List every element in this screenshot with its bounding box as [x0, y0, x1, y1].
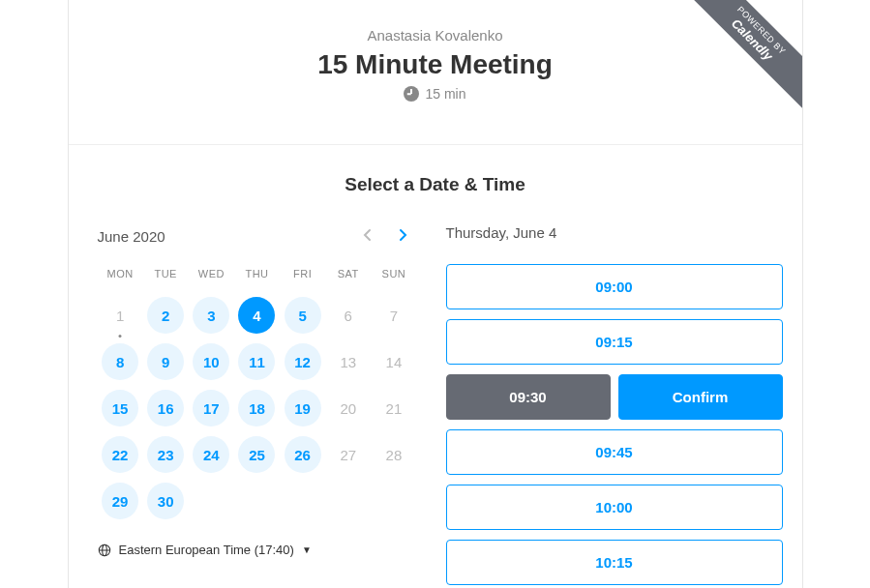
weekday-header: SAT — [325, 268, 371, 287]
confirm-button[interactable]: Confirm — [618, 374, 783, 420]
section-title: Select a Date & Time — [88, 174, 783, 195]
calendar-day: 28 — [375, 436, 412, 473]
calendar-day[interactable]: 23 — [147, 436, 184, 473]
time-slot-row: 09:00 — [446, 264, 783, 309]
booking-widget: POWERED BY Calendly Anastasia Kovalenko … — [68, 0, 803, 588]
time-slot-row: 10:00 — [446, 485, 783, 530]
calendar-day[interactable]: 17 — [193, 390, 229, 426]
calendar-day[interactable]: 12 — [285, 343, 321, 380]
duration-text: 15 min — [425, 86, 465, 102]
time-column: Thursday, June 4 09:0009:1509:30Confirm0… — [446, 224, 783, 585]
time-slot-row: 09:45 — [446, 429, 783, 475]
caret-down-icon: ▼ — [302, 544, 312, 555]
calendar-day: 20 — [330, 390, 367, 426]
timezone-label: Eastern European Time (17:40) — [119, 543, 294, 557]
columns: June 2020 MONTUEWEDTHUFRISATSUN123456789… — [88, 224, 783, 585]
selected-date-label: Thursday, June 4 — [446, 224, 783, 241]
calendar-day: 6 — [330, 297, 367, 334]
calendar-day[interactable]: 22 — [102, 436, 138, 473]
calendar-day[interactable]: 2 — [147, 297, 184, 334]
calendar-day[interactable]: 16 — [147, 390, 184, 426]
calendar-day[interactable]: 4 — [238, 297, 275, 334]
calendar-day: 13 — [330, 343, 367, 380]
globe-icon — [98, 544, 111, 557]
body: Select a Date & Time June 2020 MONTUEWED… — [69, 145, 802, 588]
calendar-day[interactable]: 18 — [238, 390, 275, 426]
calendar-day[interactable]: 15 — [102, 390, 138, 426]
time-slot-button[interactable]: 10:00 — [446, 485, 783, 530]
calendar-day[interactable]: 24 — [193, 436, 229, 473]
month-nav — [359, 224, 417, 249]
duration-row: 15 min — [404, 86, 465, 102]
calendar-day: 27 — [330, 436, 367, 473]
calendar-day: 14 — [375, 343, 412, 380]
calendar-day[interactable]: 11 — [238, 343, 275, 380]
calendar-grid: MONTUEWEDTHUFRISATSUN1234567891011121314… — [98, 268, 417, 519]
calendar-day[interactable]: 8 — [102, 343, 138, 380]
month-label: June 2020 — [98, 228, 165, 245]
weekday-header: WED — [189, 268, 234, 287]
next-month-button[interactable] — [394, 224, 411, 249]
calendar-column: June 2020 MONTUEWEDTHUFRISATSUN123456789… — [88, 224, 417, 585]
weekday-header: SUN — [371, 268, 416, 287]
header: Anastasia Kovalenko 15 Minute Meeting 15… — [69, 0, 802, 145]
time-slot-button[interactable]: 10:15 — [446, 540, 783, 585]
prev-month-button[interactable] — [359, 224, 376, 249]
calendar-day[interactable]: 30 — [147, 483, 184, 519]
clock-icon — [404, 86, 419, 102]
weekday-header: TUE — [143, 268, 189, 287]
calendar-day: 7 — [375, 297, 412, 334]
time-slot-button[interactable]: 09:30 — [446, 374, 611, 420]
weekday-header: THU — [234, 268, 280, 287]
time-slots: 09:0009:1509:30Confirm09:4510:0010:15 — [446, 264, 783, 585]
calendar-day[interactable]: 3 — [193, 297, 229, 334]
time-slot-button[interactable]: 09:15 — [446, 319, 783, 365]
calendar-day[interactable]: 25 — [238, 436, 275, 473]
today-indicator — [119, 335, 122, 338]
time-slot-row: 09:15 — [446, 319, 783, 365]
weekday-header: FRI — [280, 268, 325, 287]
calendar-day[interactable]: 5 — [285, 297, 321, 334]
calendar-day[interactable]: 19 — [285, 390, 321, 426]
calendar-day[interactable]: 26 — [285, 436, 321, 473]
chevron-left-icon — [363, 228, 373, 242]
timezone-selector[interactable]: Eastern European Time (17:40) ▼ — [98, 543, 417, 557]
chevron-right-icon — [398, 228, 407, 242]
calendar-day[interactable]: 10 — [193, 343, 229, 380]
time-slot-button[interactable]: 09:00 — [446, 264, 783, 309]
weekday-header: MON — [98, 268, 143, 287]
calendar-day: 21 — [375, 390, 412, 426]
time-slot-button[interactable]: 09:45 — [446, 429, 783, 475]
calendar-day: 1 — [102, 297, 138, 334]
calendar-day[interactable]: 9 — [147, 343, 184, 380]
time-slot-row: 10:15 — [446, 540, 783, 585]
calendar-day[interactable]: 29 — [102, 483, 138, 519]
host-name: Anastasia Kovalenko — [88, 27, 783, 44]
time-slot-row: 09:30Confirm — [446, 374, 783, 420]
calendar-header: June 2020 — [98, 224, 417, 249]
meeting-title: 15 Minute Meeting — [88, 49, 783, 80]
